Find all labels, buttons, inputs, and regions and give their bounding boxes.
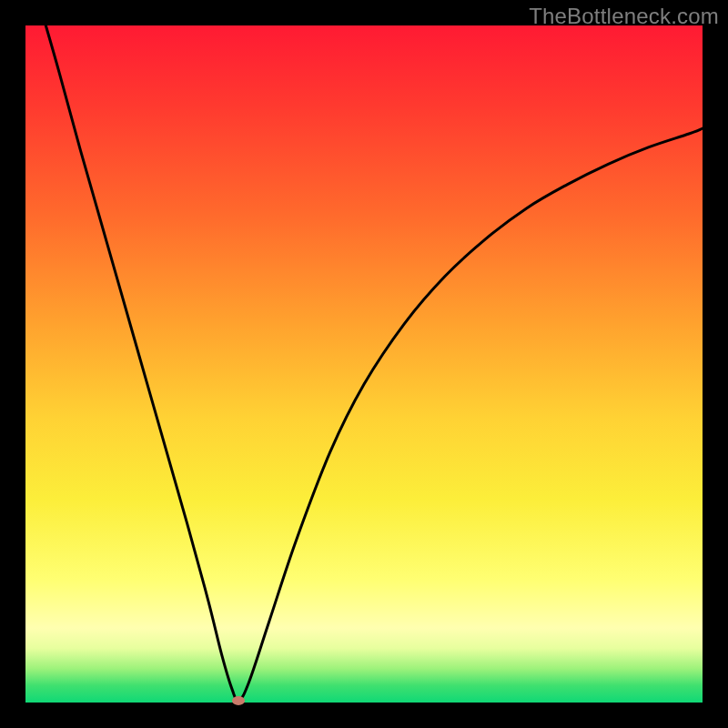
- plot-area: [25, 25, 703, 703]
- watermark-label: TheBottleneck.com: [529, 4, 719, 29]
- minimum-marker-icon: [232, 696, 245, 705]
- chart-frame: TheBottleneck.com: [0, 0, 728, 728]
- bottleneck-curve: [25, 25, 703, 703]
